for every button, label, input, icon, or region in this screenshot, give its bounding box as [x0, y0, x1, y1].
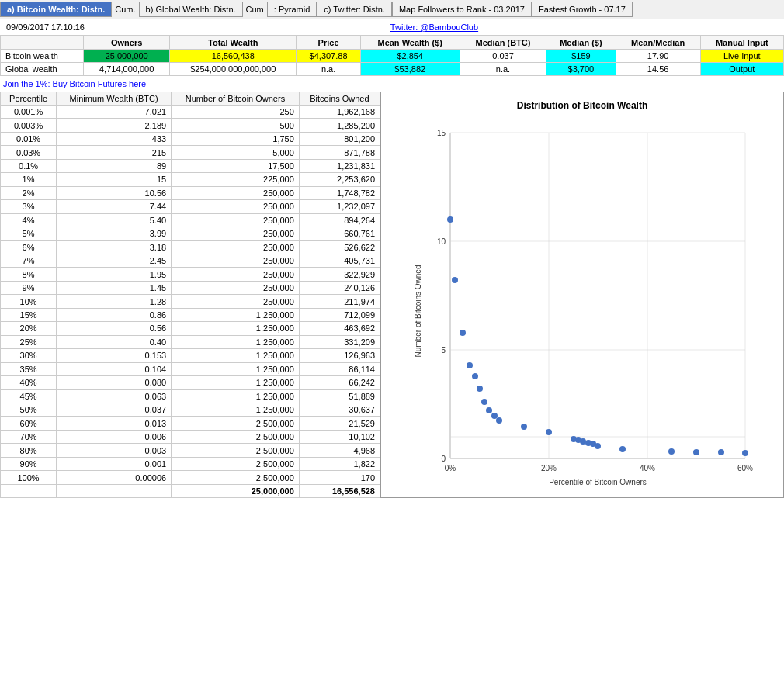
totals-label [1, 485, 57, 498]
bitcoin-total-wealth: 16,560,438 [170, 50, 297, 63]
table-row: 90%0.0012,500,0001,822 [1, 457, 380, 470]
bitcoin-median-usd: $159 [546, 50, 616, 63]
th-percentile: Percentile [1, 92, 57, 106]
table-row: 45%0.0631,250,00051,889 [1, 389, 380, 403]
table-row: 80%0.0032,500,0004,968 [1, 444, 380, 457]
table-row: 0.03%2155,000871,788 [1, 146, 380, 159]
table-row: 4%5.40250,000894,264 [1, 213, 380, 227]
table-row: 5%3.99250,000660,761 [1, 227, 380, 240]
svg-point-38 [595, 443, 601, 449]
twitter-link[interactable]: Twitter: @BambouClub [390, 22, 478, 32]
tab-global-distn[interactable]: b) Global Wealth: Distn. [139, 2, 243, 17]
svg-point-42 [718, 449, 724, 455]
svg-text:5: 5 [441, 346, 446, 355]
global-row-label: Global wealth [1, 63, 84, 76]
global-output: Output [700, 63, 783, 76]
svg-text:Percentile of Bitcoin Owners: Percentile of Bitcoin Owners [549, 478, 647, 486]
th-num-owners: Number of Bitcoin Owners [172, 92, 300, 106]
buy-futures-link[interactable]: Join the 1%: Buy Bitcoin Futures here [0, 76, 784, 92]
tab-pyramid[interactable]: : Pyramid [267, 2, 317, 17]
svg-text:40%: 40% [640, 464, 655, 472]
tab-twitter-distn[interactable]: c) Twitter: Distn. [317, 2, 392, 17]
table-row: 0.1%8917,5001,231,831 [1, 159, 380, 172]
svg-point-28 [486, 407, 492, 413]
svg-point-40 [668, 448, 675, 455]
totals-row: 25,000,000 16,556,528 [1, 485, 380, 498]
summary-table: Owners Total Wealth Price Mean Wealth ($… [0, 36, 784, 76]
content-area: Percentile Minimum Wealth (BTC) Number o… [0, 92, 784, 498]
col-header-label [1, 36, 84, 50]
table-row: 0.001%7,0212501,962,168 [1, 106, 380, 119]
svg-text:10: 10 [437, 237, 446, 246]
top-navigation: a) Bitcoin Wealth: Distn. Cum. b) Global… [0, 0, 784, 19]
nav-sep-1: Cum. [112, 2, 138, 16]
svg-point-24 [467, 362, 473, 368]
svg-text:Number of Bitcoins Owned: Number of Bitcoins Owned [414, 265, 422, 358]
chart-container: Number of Bitcoins Owned [389, 117, 775, 490]
chart-svg: Number of Bitcoins Owned [389, 117, 775, 490]
svg-point-35 [580, 438, 586, 445]
col-header-total-wealth: Total Wealth [170, 36, 297, 50]
table-row: 1%15225,0002,253,620 [1, 173, 380, 186]
table-row: 3%7.44250,0001,232,097 [1, 200, 380, 213]
global-mean-wealth: $53,882 [360, 63, 460, 76]
tab-fastest-growth[interactable]: Fastest Growth - 07.17 [532, 2, 633, 17]
col-header-median-usd: Median ($) [546, 36, 616, 50]
bitcoin-live-input[interactable]: Live Input [700, 50, 783, 63]
table-row: 7%2.45250,000405,731 [1, 254, 380, 267]
svg-point-39 [619, 446, 626, 452]
col-header-median-btc: Median (BTC) [460, 36, 546, 50]
col-header-mean-median: Mean/Median [616, 36, 700, 50]
svg-text:0%: 0% [445, 464, 456, 472]
col-header-manual-input: Manual Input [700, 36, 783, 50]
svg-point-25 [472, 373, 478, 379]
table-row: 8%1.95250,000322,929 [1, 268, 380, 281]
totals-empty [57, 485, 172, 498]
col-header-price: Price [297, 36, 360, 50]
table-row: 6%3.18250,000526,622 [1, 240, 380, 254]
table-row: 9%1.45250,000240,126 [1, 281, 380, 294]
table-row: 2%10.56250,0001,748,782 [1, 186, 380, 199]
svg-point-21 [447, 216, 453, 223]
table-row: 100%0.000062,500,000170 [1, 471, 380, 485]
nav-sep-2: Cum [243, 2, 267, 16]
table-row: 60%0.0132,500,00021,529 [1, 417, 380, 430]
svg-point-32 [546, 429, 552, 435]
bitcoin-row-label: Bitcoin wealth [1, 50, 84, 63]
svg-text:20%: 20% [541, 464, 557, 472]
th-min-wealth: Minimum Wealth (BTC) [57, 92, 172, 106]
tab-map-followers[interactable]: Map Followers to Rank - 03.2017 [392, 2, 532, 17]
bitcoin-median-btc: 0.037 [460, 50, 546, 63]
table-row: 20%0.561,250,000463,692 [1, 322, 380, 335]
table-row: 70%0.0062,500,00010,102 [1, 430, 380, 443]
bitcoin-price: $4,307.88 [297, 50, 360, 63]
table-row: 30%0.1531,250,000126,963 [1, 349, 380, 362]
svg-point-26 [477, 386, 483, 392]
tab-bitcoin-distn[interactable]: a) Bitcoin Wealth: Distn. [0, 2, 112, 17]
table-row: 15%0.861,250,000712,099 [1, 308, 380, 321]
svg-point-29 [491, 413, 498, 419]
table-row: 0.01%4331,750801,200 [1, 132, 380, 145]
th-btc-owned: Bitcoins Owned [299, 92, 380, 106]
global-total-wealth: $254,000,000,000,000 [170, 63, 297, 76]
global-mean-median: 14.56 [616, 63, 700, 76]
totals-btc: 16,556,528 [299, 485, 380, 498]
col-header-mean-wealth: Mean Wealth ($) [360, 36, 460, 50]
global-median-btc: n.a. [460, 63, 546, 76]
svg-point-22 [452, 277, 458, 283]
svg-text:60%: 60% [737, 464, 753, 472]
global-owners: 4,714,000,000 [84, 63, 170, 76]
distribution-table: Percentile Minimum Wealth (BTC) Number o… [0, 92, 380, 498]
chart-area: Distribution of Bitcoin Wealth Number of… [380, 92, 784, 498]
svg-point-23 [460, 330, 466, 336]
svg-text:15: 15 [437, 129, 446, 137]
timestamp: 09/09/2017 17:10:16 [3, 21, 88, 33]
chart-title: Distribution of Bitcoin Wealth [389, 100, 775, 111]
bitcoin-owners: 25,000,000 [84, 50, 170, 63]
col-header-owners: Owners [84, 36, 170, 50]
table-row: 0.003%2,1895001,285,200 [1, 119, 380, 132]
totals-owners: 25,000,000 [172, 485, 300, 498]
header-row: 09/09/2017 17:10:16 Twitter: @BambouClub [0, 19, 784, 36]
svg-text:0: 0 [441, 455, 446, 463]
bitcoin-mean-median: 17.90 [616, 50, 700, 63]
